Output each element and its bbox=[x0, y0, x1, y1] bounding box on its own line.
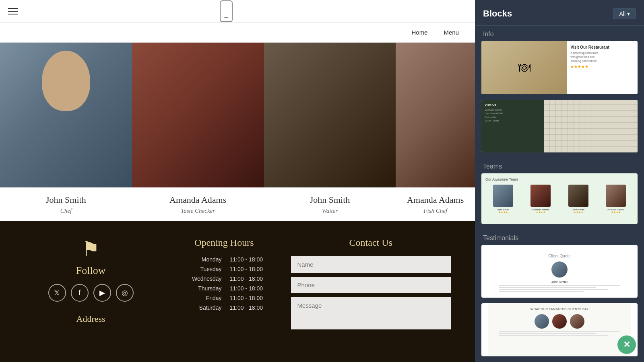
hours-time-4: 11:00 - 18:00 bbox=[230, 295, 263, 301]
team-section: John Smith Chef Amanda Adams Taste Check… bbox=[0, 43, 475, 221]
contact-phone-input[interactable] bbox=[291, 277, 451, 293]
hours-time-0: 11:00 - 18:00 bbox=[230, 256, 263, 263]
nav-bar: Home Menu bbox=[0, 23, 475, 43]
contact-title: Contact Us bbox=[349, 237, 392, 248]
test2-title: WHAT OUR FANTASTIC CLIENTS SAY bbox=[492, 307, 627, 311]
hours-day-1: Tuesday bbox=[186, 266, 222, 272]
hours-row-3: Thursday 11:00 - 18:00 bbox=[186, 285, 263, 292]
team-mini-2: John Smith ★★★★ bbox=[561, 185, 596, 214]
panel-header: Blocks All ▾ bbox=[475, 0, 644, 26]
contact-name-input[interactable] bbox=[291, 256, 451, 273]
close-button[interactable]: ✕ bbox=[617, 335, 636, 354]
testimonial-lines bbox=[499, 285, 620, 292]
contact-message-textarea[interactable] bbox=[291, 297, 451, 329]
team-card-1[interactable]: Amanda Adams Taste Checker bbox=[132, 43, 264, 221]
map-visual bbox=[544, 100, 638, 153]
team-card-1-info: Amanda Adams Taste Checker bbox=[132, 187, 264, 221]
teams-block-title: Our Awesome Team bbox=[485, 177, 634, 181]
section-label-info: Info bbox=[475, 26, 644, 41]
team-card-2-image bbox=[264, 43, 396, 187]
address-title: Address bbox=[76, 314, 105, 324]
footer-follow-col: ⚑ Follow 𝕏 f ▶ ◎ Address bbox=[24, 237, 157, 324]
footer-section: ⚑ Follow 𝕏 f ▶ ◎ Address Opening Hours M… bbox=[0, 221, 475, 362]
hours-time-5: 11:00 - 18:00 bbox=[230, 304, 263, 311]
hours-day-3: Thursday bbox=[186, 285, 222, 292]
info-block-1-text: Visit Our Restaurant A charming restaura… bbox=[567, 41, 638, 94]
hamburger-menu[interactable] bbox=[8, 8, 18, 14]
footer-contact-col: Contact Us bbox=[291, 237, 451, 329]
block-teams-1[interactable]: Our Awesome Team John Smith ★★★★ Amanda … bbox=[481, 173, 638, 224]
all-button[interactable]: All ▾ bbox=[613, 8, 636, 19]
nav-home[interactable]: Home bbox=[411, 29, 427, 36]
toolbar bbox=[0, 0, 475, 23]
hours-day-0: Monday bbox=[186, 256, 222, 263]
block-info-2[interactable]: Visit Us 123 Main StreetCity, State 0000… bbox=[481, 100, 638, 153]
team-mini-3: Amanda Adams ★★★★ bbox=[599, 185, 634, 214]
team-card-1-role: Taste Checker bbox=[181, 208, 215, 214]
restaurant-img: 🍽 bbox=[481, 41, 567, 94]
hours-time-1: 11:00 - 18:00 bbox=[230, 266, 263, 272]
contact-form bbox=[291, 256, 451, 329]
hours-day-4: Friday bbox=[186, 295, 222, 301]
main-area: Home Menu John Smith Chef Ama bbox=[0, 0, 475, 362]
hours-day-5: Saturday bbox=[186, 304, 222, 311]
opening-hours-title: Opening Hours bbox=[194, 237, 254, 248]
testimonial-avatar bbox=[551, 261, 568, 278]
hours-row-4: Friday 11:00 - 18:00 bbox=[186, 295, 263, 301]
twitter-icon[interactable]: 𝕏 bbox=[48, 284, 66, 302]
hours-time-2: 11:00 - 18:00 bbox=[230, 276, 263, 282]
chevron-down-icon: ▾ bbox=[627, 10, 630, 17]
team-card-1-image bbox=[132, 43, 264, 187]
hours-table: Monday 11:00 - 18:00 Tuesday 11:00 - 18:… bbox=[186, 256, 263, 314]
hours-row-5: Saturday 11:00 - 18:00 bbox=[186, 304, 263, 311]
section-label-testimonials: Testimonials bbox=[475, 230, 644, 245]
hours-day-2: Wednesday bbox=[186, 276, 222, 282]
test2-av-2 bbox=[552, 314, 567, 329]
hours-time-3: 11:00 - 18:00 bbox=[230, 285, 263, 292]
test2-avatars bbox=[492, 314, 627, 329]
youtube-icon[interactable]: ▶ bbox=[93, 284, 111, 302]
team-mini-0: John Smith ★★★★ bbox=[485, 185, 521, 214]
hours-row-2: Wednesday 11:00 - 18:00 bbox=[186, 276, 263, 282]
team-card-3-image bbox=[396, 43, 475, 187]
test2-lines bbox=[499, 331, 620, 336]
team-card-1-name: Amanda Adams bbox=[169, 195, 226, 205]
mobile-preview-button[interactable] bbox=[220, 0, 233, 22]
team-card-2[interactable]: John Smith Waiter bbox=[264, 43, 396, 221]
footer-logo-icon: ⚑ bbox=[82, 237, 100, 261]
testimonial-title: Client Quote bbox=[548, 254, 571, 258]
team-card-3-name: Amanda Adams bbox=[407, 195, 464, 205]
team-cards: John Smith Chef Amanda Adams Taste Check… bbox=[0, 43, 475, 221]
team-card-0-image bbox=[0, 43, 132, 187]
team-card-2-name: John Smith bbox=[310, 195, 350, 205]
block-info-1[interactable]: 🍽 Visit Our Restaurant A charming restau… bbox=[481, 41, 638, 94]
team-card-0-role: Chef bbox=[60, 208, 72, 214]
footer-hours-col: Opening Hours Monday 11:00 - 18:00 Tuesd… bbox=[157, 237, 291, 314]
hours-row-0: Monday 11:00 - 18:00 bbox=[186, 256, 263, 263]
test2-av-3 bbox=[570, 314, 584, 329]
teams-block-row: John Smith ★★★★ Amanda Adams ★★★★ John S… bbox=[485, 185, 634, 214]
map-info-text: Visit Us 123 Main StreetCity, State 0000… bbox=[481, 100, 544, 153]
facebook-icon[interactable]: f bbox=[71, 284, 89, 302]
section-label-teams: Teams bbox=[475, 158, 644, 173]
social-icons: 𝕏 f ▶ ◎ bbox=[48, 284, 134, 302]
testimonial-name: John Smith bbox=[551, 280, 568, 284]
panel-title: Blocks bbox=[483, 8, 512, 19]
instagram-icon[interactable]: ◎ bbox=[116, 284, 134, 302]
team-card-3[interactable]: Amanda Adams Fish Chef bbox=[396, 43, 475, 221]
team-card-2-role: Waiter bbox=[322, 208, 338, 214]
block-testimonial-1[interactable]: Client Quote John Smith bbox=[481, 245, 638, 298]
right-panel: Blocks All ▾ Info 🍽 Visit Our Restaurant… bbox=[475, 0, 644, 362]
block-testimonial-2[interactable]: WHAT OUR FANTASTIC CLIENTS SAY bbox=[481, 303, 638, 356]
team-card-3-info: Amanda Adams Fish Chef bbox=[396, 187, 475, 221]
team-card-0[interactable]: John Smith Chef bbox=[0, 43, 132, 221]
team-card-0-info: John Smith Chef bbox=[0, 187, 132, 221]
nav-menu[interactable]: Menu bbox=[444, 29, 459, 36]
hours-row-1: Tuesday 11:00 - 18:00 bbox=[186, 266, 263, 272]
follow-title: Follow bbox=[76, 265, 106, 277]
team-mini-1: Amanda Adams ★★★★ bbox=[523, 185, 559, 214]
team-card-0-name: John Smith bbox=[46, 195, 86, 205]
team-card-3-role: Fish Chef bbox=[423, 208, 447, 214]
team-card-2-info: John Smith Waiter bbox=[264, 187, 396, 221]
test2-av-1 bbox=[535, 314, 549, 329]
